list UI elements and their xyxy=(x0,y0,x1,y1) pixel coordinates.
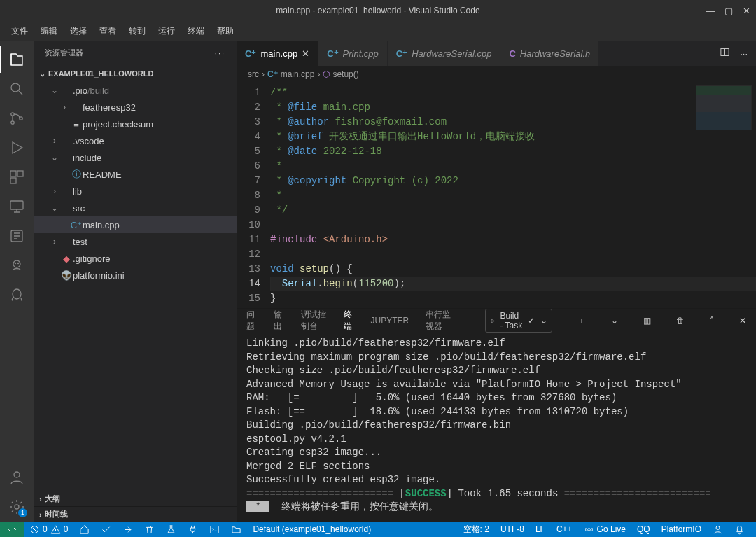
title-bar: main.cpp - example01_helloworld - Visual… xyxy=(0,0,756,21)
window-title: main.cpp - example01_helloworld - Visual… xyxy=(276,6,479,15)
platformio-icon[interactable] xyxy=(0,251,34,280)
status-qq[interactable]: QQ xyxy=(631,522,656,537)
panel-tab-JUPYTER[interactable]: JUPYTER xyxy=(371,313,410,328)
tree-item-lib[interactable]: ›lib xyxy=(34,183,237,200)
source-control-icon[interactable] xyxy=(0,104,34,133)
menu-查看[interactable]: 查看 xyxy=(95,22,120,40)
close-icon[interactable]: ✕ xyxy=(739,316,746,326)
remote-explorer-icon[interactable] xyxy=(0,192,34,221)
menu-bar: 文件编辑选择查看转到运行终端帮助 xyxy=(0,21,756,41)
close-icon[interactable]: ✕ xyxy=(743,6,750,16)
status-language[interactable]: C++ xyxy=(551,522,578,537)
sidebar-more-icon[interactable]: ··· xyxy=(215,49,225,57)
tab-close-icon[interactable]: ✕ xyxy=(302,48,309,59)
sidebar-header: 资源管理器 ··· xyxy=(34,41,237,65)
status-bell-icon[interactable] xyxy=(729,522,750,537)
tree-item-platformio.ini[interactable]: 👽platformio.ini xyxy=(34,267,237,284)
breadcrumb[interactable]: src› C⁺ main.cpp› ⬡ setup() xyxy=(237,66,756,83)
status-folder-icon[interactable] xyxy=(225,522,247,537)
status-home-icon[interactable] xyxy=(74,522,95,537)
timeline-section[interactable]: › 时间线 xyxy=(34,506,237,522)
menu-终端[interactable]: 终端 xyxy=(183,22,209,40)
outline-section[interactable]: › 大纲 xyxy=(34,491,237,506)
menu-帮助[interactable]: 帮助 xyxy=(213,22,238,40)
extensions-icon[interactable] xyxy=(0,162,34,192)
tab-HardwareSerial.h[interactable]: CHardwareSerial.h xyxy=(500,41,599,66)
code-content[interactable]: /** * @file main.cpp * @author fishros@f… xyxy=(270,83,756,308)
minimap[interactable] xyxy=(696,85,752,130)
tree-item-.vscode[interactable]: ›.vscode xyxy=(34,132,237,149)
qq-icon[interactable] xyxy=(0,280,34,309)
account-icon[interactable] xyxy=(0,463,34,492)
tab-main.cpp[interactable]: C⁺main.cpp✕ xyxy=(237,41,318,66)
tab-Print.cpp[interactable]: C⁺Print.cpp xyxy=(318,41,388,66)
status-check-icon[interactable] xyxy=(95,522,117,537)
status-golive[interactable]: Go Live xyxy=(578,522,631,537)
editor-area: C⁺main.cpp✕C⁺Print.cppC⁺HardwareSerial.c… xyxy=(237,41,756,522)
tree-item-.gitignore[interactable]: ◆.gitignore xyxy=(34,250,237,267)
more-icon[interactable]: ··· xyxy=(740,48,748,59)
panel-tab-输出[interactable]: 输出 xyxy=(274,306,284,335)
menu-转到[interactable]: 转到 xyxy=(125,22,150,40)
split-editor-icon[interactable] xyxy=(720,47,730,60)
tree-item-test[interactable]: ›test xyxy=(34,233,237,250)
⌄[interactable]: ⌄ xyxy=(611,316,618,326)
project-header[interactable]: ⌄ EXAMPLE01_HELLOWORLD xyxy=(34,65,237,82)
status-flask-icon[interactable] xyxy=(160,522,182,537)
line-gutter: 123456789101112131415 xyxy=(237,83,270,308)
window-controls: — ▢ ✕ xyxy=(706,6,750,16)
search-icon[interactable] xyxy=(0,74,34,104)
status-encoding[interactable]: UTF-8 xyxy=(495,522,530,537)
tree-item-include[interactable]: ⌄include xyxy=(34,149,237,166)
panel-tab-问题[interactable]: 问题 xyxy=(246,306,257,335)
editor-pane[interactable]: 123456789101112131415 /** * @file main.c… xyxy=(237,83,756,308)
tree-item-project.checksum[interactable]: ≡project.checksum xyxy=(34,116,237,132)
svg-point-12 xyxy=(13,289,21,299)
menu-编辑[interactable]: 编辑 xyxy=(36,22,62,40)
tree-item-src[interactable]: ⌄src xyxy=(34,200,237,216)
remote-icon[interactable] xyxy=(0,522,24,537)
minimize-icon[interactable]: — xyxy=(706,6,715,16)
tree-item-README[interactable]: ⓘREADME xyxy=(34,166,237,183)
status-plug-icon[interactable] xyxy=(182,522,204,537)
explorer-icon[interactable] xyxy=(0,45,34,74)
svg-rect-6 xyxy=(10,178,16,183)
task-action[interactable]: Build - Task✓⌄ xyxy=(485,309,552,333)
panel-tab-终端[interactable]: 终端 xyxy=(344,306,354,336)
status-terminal-icon[interactable] xyxy=(204,522,225,537)
svg-point-2 xyxy=(11,121,14,124)
status-errors[interactable]: 0 0 xyxy=(24,522,74,537)
panel-tab-串行监视器[interactable]: 串行监视器 xyxy=(426,306,451,335)
panel-tab-调试控制台[interactable]: 调试控制台 xyxy=(301,306,327,335)
trash-icon[interactable]: 🗑 xyxy=(676,316,685,326)
svg-rect-5 xyxy=(18,171,23,176)
chevron-right-icon: › xyxy=(39,495,42,503)
status-env[interactable]: Default (example01_helloworld) xyxy=(247,522,377,537)
tree-item-featheresp32[interactable]: ›featheresp32 xyxy=(34,99,237,116)
run-debug-icon[interactable] xyxy=(0,133,34,162)
chevron-right-icon: › xyxy=(39,510,42,519)
status-pio[interactable]: PlatformIO xyxy=(656,522,707,537)
tab-bar: C⁺main.cpp✕C⁺Print.cppC⁺HardwareSerial.c… xyxy=(237,41,756,66)
svg-rect-4 xyxy=(10,171,16,176)
menu-选择[interactable]: 选择 xyxy=(66,22,91,40)
menu-文件[interactable]: 文件 xyxy=(7,22,32,40)
plus-icon[interactable]: ＋ xyxy=(578,315,586,327)
status-feedback-icon[interactable] xyxy=(707,522,729,537)
status-eol[interactable]: LF xyxy=(530,522,551,537)
settings-icon[interactable]: 1 xyxy=(0,492,34,522)
bottom-panel: 问题输出调试控制台终端JUPYTER串行监视器Build - Task✓⌄＋⌄▥… xyxy=(237,308,756,522)
status-arrow-icon[interactable] xyxy=(117,522,139,537)
menu-运行[interactable]: 运行 xyxy=(154,22,179,40)
split-icon[interactable]: ▥ xyxy=(643,316,651,326)
tree-item-main.cpp[interactable]: C⁺main.cpp xyxy=(34,216,237,233)
status-trash-icon[interactable] xyxy=(139,522,160,537)
maximize-icon[interactable]: ▢ xyxy=(724,6,733,16)
tab-HardwareSerial.cpp[interactable]: C⁺HardwareSerial.cpp xyxy=(388,41,501,66)
tree-item-.pio[interactable]: ⌄.pio / build xyxy=(34,82,237,99)
status-indent[interactable]: 空格: 2 xyxy=(458,522,495,537)
terminal-output[interactable]: Linking .pio/build/featheresp32/firmware… xyxy=(237,333,756,522)
project-env-icon[interactable] xyxy=(0,221,34,251)
chevron-up-icon[interactable]: ˄ xyxy=(710,316,714,326)
svg-point-19 xyxy=(716,526,720,529)
